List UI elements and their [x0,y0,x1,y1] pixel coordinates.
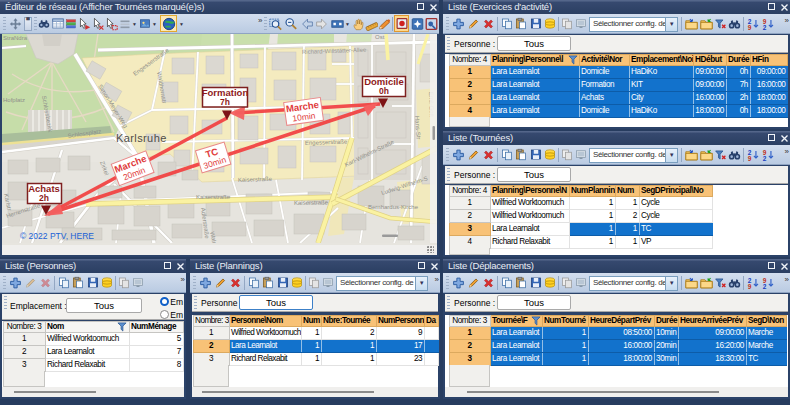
svg-text:0h: 0h [379,86,389,96]
svg-text:Kaiserstraße: Kaiserstraße [294,199,329,206]
svg-text:2h: 2h [39,193,49,203]
svg-text:© 2022 PTV, HERE: © 2022 PTV, HERE [20,231,94,241]
svg-text:StraNdra: StraNdra [3,35,28,41]
svg-text:Karlsruhe: Karlsruhe [116,132,167,144]
svg-text:Kaiserstraße: Kaiserstraße [238,176,273,183]
svg-text:Kaiserstraße: Kaiserstraße [196,194,231,200]
svg-text:Hofplatz: Hofplatz [3,97,25,103]
svg-text:7h: 7h [220,97,230,107]
svg-text:Ost: Ost [375,34,385,40]
svg-text:Bernhardus-Kirche: Bernhardus-Kirche [368,204,419,210]
